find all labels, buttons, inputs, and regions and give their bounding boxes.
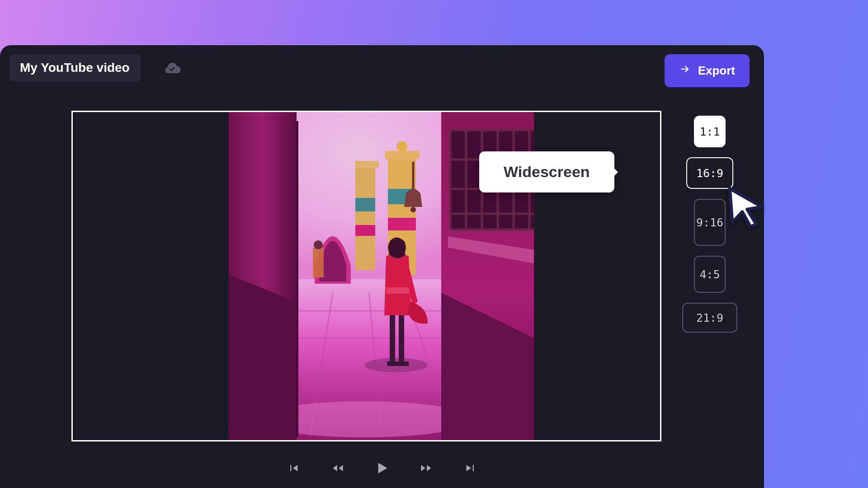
tooltip-label: Widescreen xyxy=(504,163,590,180)
aspect-ratio-4-5[interactable]: 4:5 xyxy=(694,256,726,293)
ratio-label: 16:9 xyxy=(696,167,723,180)
aspect-ratio-1-1[interactable]: 1:1 xyxy=(694,116,726,147)
arrow-right-icon xyxy=(679,63,691,78)
skip-previous-button[interactable] xyxy=(284,459,302,477)
project-title-input[interactable]: My YouTube video xyxy=(9,54,141,81)
header-bar: My YouTube video Export xyxy=(0,45,764,87)
aspect-ratio-21-9[interactable]: 21:9 xyxy=(682,303,737,333)
export-label: Export xyxy=(698,64,735,78)
video-editor-window: My YouTube video Export xyxy=(0,45,764,488)
fast-forward-button[interactable] xyxy=(417,459,435,477)
mouse-cursor-icon xyxy=(726,185,767,227)
export-button[interactable]: Export xyxy=(665,54,750,87)
ratio-label: 1:1 xyxy=(699,125,720,138)
cloud-synced-icon xyxy=(163,59,183,79)
rewind-button[interactable] xyxy=(329,459,347,477)
aspect-ratio-9-16[interactable]: 9:16 xyxy=(694,199,726,246)
aspect-ratio-tooltip: Widescreen xyxy=(479,151,614,192)
ratio-label: 9:16 xyxy=(696,216,723,229)
play-button[interactable] xyxy=(373,459,391,477)
playback-controls xyxy=(0,459,764,477)
ratio-label: 4:5 xyxy=(699,268,720,281)
ratio-label: 21:9 xyxy=(696,311,723,324)
aspect-ratio-16-9[interactable]: 16:9 xyxy=(686,157,733,189)
skip-next-button[interactable] xyxy=(462,459,480,477)
